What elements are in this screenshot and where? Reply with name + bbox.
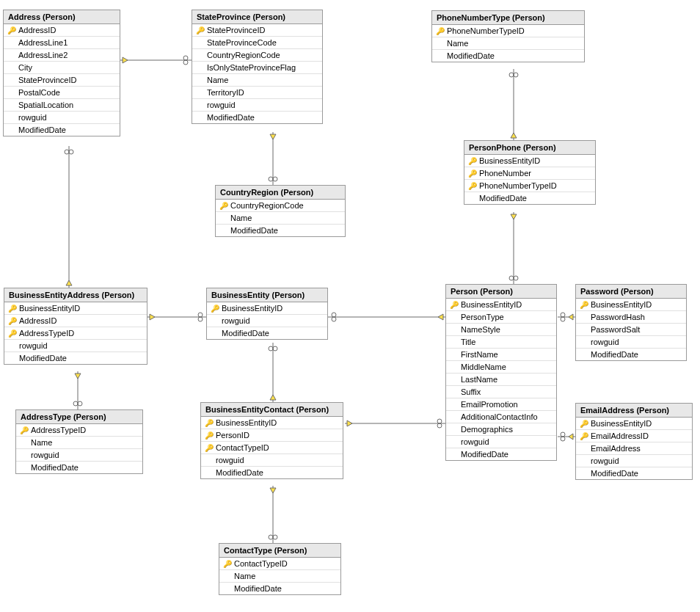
key-icon: 🔑	[20, 426, 29, 434]
column-row: rowguid	[4, 340, 147, 352]
column-name: rowguid	[18, 341, 48, 350]
column-row: AddressLine1	[4, 37, 120, 49]
column-name: StateProvinceCode	[205, 38, 277, 47]
column-name: AddressTypeID	[18, 329, 74, 338]
column-name: PersonType	[459, 313, 504, 321]
primary-key-icon: 🔑	[222, 559, 233, 568]
primary-key-icon: 🔑	[7, 304, 18, 313]
column-name: EmailPromotion	[459, 400, 518, 409]
column-row: ModifiedDate	[464, 192, 595, 204]
key-icon: 🔑	[8, 329, 17, 338]
primary-key-icon: 🔑	[204, 443, 214, 452]
entity-address-type[interactable]: AddressType (Person) 🔑AddressTypeIDNamer…	[15, 409, 143, 474]
entity-address[interactable]: Address (Person) 🔑AddressIDAddressLine1A…	[3, 10, 120, 136]
key-icon: 🔑	[580, 301, 588, 309]
svg-point-2	[183, 56, 188, 60]
column-name: TerritoryID	[205, 88, 244, 97]
primary-key-icon: 🔑	[467, 156, 478, 165]
key-icon: 🔑	[211, 305, 219, 313]
entity-email-address[interactable]: EmailAddress (Person) 🔑BusinessEntityID🔑…	[575, 403, 693, 480]
column-row: IsOnlyStateProvinceFlag	[192, 62, 322, 74]
svg-point-25	[332, 313, 336, 317]
column-row: rowguid	[207, 315, 327, 327]
svg-point-7	[273, 177, 277, 181]
column-row: Name	[216, 212, 345, 225]
svg-point-34	[561, 437, 565, 441]
column-row: 🔑BusinessEntityID	[576, 299, 686, 311]
column-name: AddressLine1	[17, 38, 68, 47]
key-icon: 🔑	[468, 182, 477, 190]
column-name: Name	[205, 76, 228, 84]
svg-marker-35	[569, 434, 573, 440]
entity-contact-type[interactable]: ContactType (Person) 🔑ContactTypeIDNameM…	[219, 543, 341, 595]
svg-point-18	[69, 150, 73, 154]
column-name: ModifiedDate	[17, 125, 66, 134]
entity-columns: 🔑CountryRegionCodeNameModifiedDate	[216, 200, 345, 236]
key-icon: 🔑	[450, 301, 459, 309]
column-name: ModifiedDate	[220, 329, 269, 338]
column-name: LastName	[459, 375, 497, 384]
entity-password[interactable]: Password (Person) 🔑BusinessEntityIDPassw…	[575, 284, 687, 361]
svg-marker-5	[270, 134, 276, 139]
svg-marker-31	[569, 314, 573, 320]
entity-title: BusinessEntity (Person)	[207, 288, 327, 302]
primary-key-icon: 🔑	[579, 431, 589, 440]
svg-point-26	[332, 317, 336, 321]
column-name: PostalCode	[17, 88, 60, 97]
column-row: TerritoryID	[192, 87, 322, 99]
svg-point-22	[198, 313, 203, 317]
entity-state-province[interactable]: StateProvince (Person) 🔑StateProvinceIDS…	[192, 10, 323, 124]
column-name: BusinessEntityID	[478, 156, 540, 165]
column-name: ContactTypeID	[233, 559, 288, 568]
entity-business-entity-address[interactable]: BusinessEntityAddress (Person) 🔑Business…	[4, 288, 147, 365]
column-row: Name	[432, 37, 584, 50]
entity-title: BusinessEntityContact (Person)	[201, 403, 343, 417]
entity-phone-number-type[interactable]: PhoneNumberType (Person) 🔑PhoneNumberTyp…	[431, 10, 585, 62]
column-row: 🔑ContactTypeID	[201, 442, 343, 454]
column-row: ModifiedDate	[192, 112, 322, 123]
entity-title: AddressType (Person)	[16, 410, 142, 424]
column-name: Suffix	[459, 387, 481, 396]
column-name: NameStyle	[459, 325, 500, 334]
column-row: Name	[192, 74, 322, 87]
column-row: 🔑PhoneNumberTypeID	[464, 180, 595, 192]
entity-country-region[interactable]: CountryRegion (Person) 🔑CountryRegionCod…	[215, 185, 346, 237]
svg-point-23	[198, 317, 203, 321]
column-row: Suffix	[446, 386, 556, 398]
entity-business-entity-contact[interactable]: BusinessEntityContact (Person) 🔑Business…	[200, 402, 343, 479]
column-name: ModifiedDate	[229, 226, 278, 235]
column-name: rowguid	[589, 338, 619, 346]
column-row: StateProvinceID	[4, 74, 120, 87]
column-row: ModifiedDate	[207, 327, 327, 339]
key-icon: 🔑	[580, 420, 588, 428]
entity-columns: 🔑BusinessEntityID🔑AddressID🔑AddressTypeI…	[4, 302, 147, 364]
key-icon: 🔑	[436, 27, 445, 35]
column-name: BusinessEntityID	[589, 419, 652, 428]
column-row: 🔑PhoneNumberTypeID	[432, 25, 584, 37]
column-row: FirstName	[446, 349, 556, 361]
entity-person-phone[interactable]: PersonPhone (Person) 🔑BusinessEntityID🔑P…	[464, 140, 596, 205]
column-name: PasswordHash	[589, 313, 645, 321]
column-name: rowguid	[205, 101, 236, 109]
primary-key-icon: 🔑	[467, 169, 478, 178]
svg-point-47	[437, 423, 442, 428]
key-icon: 🔑	[7, 26, 16, 34]
entity-title: PhoneNumberType (Person)	[432, 11, 584, 25]
svg-point-6	[269, 177, 273, 181]
svg-point-51	[273, 535, 277, 539]
column-row: 🔑PersonID	[201, 429, 343, 442]
column-name: IsOnlyStateProvinceFlag	[205, 63, 296, 72]
column-name: SpatialLocation	[17, 101, 73, 109]
svg-point-30	[561, 317, 565, 321]
column-name: AddressTypeID	[29, 426, 86, 434]
entity-person[interactable]: Person (Person) 🔑BusinessEntityIDPersonT…	[445, 284, 557, 461]
column-row: 🔑AddressTypeID	[4, 327, 147, 340]
column-row: Demographics	[446, 423, 556, 436]
column-name: ModifiedDate	[445, 51, 495, 60]
column-name: EmailAddressID	[589, 431, 649, 440]
entity-business-entity[interactable]: BusinessEntity (Person) 🔑BusinessEntityI…	[206, 288, 328, 340]
svg-point-10	[514, 73, 518, 77]
column-row: 🔑BusinessEntityID	[4, 302, 147, 315]
column-name: rowguid	[589, 456, 619, 465]
column-row: Title	[446, 336, 556, 349]
